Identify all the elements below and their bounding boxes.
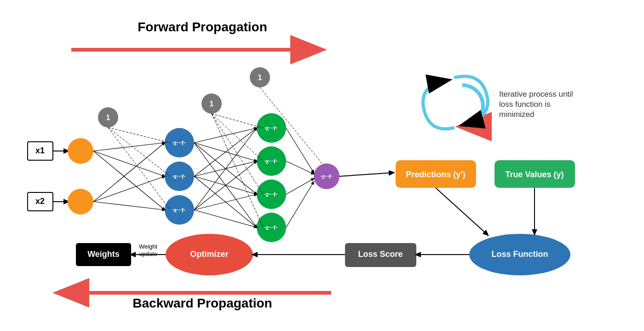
bias-2-label: 1 <box>210 100 214 108</box>
svg-line-31 <box>286 128 314 173</box>
svg-text:z: z <box>266 158 269 165</box>
z-label-h1-3: z <box>174 207 177 214</box>
f-label-h1-1: f <box>182 139 184 146</box>
conn-x1-h1-3 <box>93 151 165 210</box>
iterative-text3: minimized <box>499 110 535 119</box>
predictions-to-loss-arrow <box>436 188 488 235</box>
loss-score-label: Loss Score <box>358 250 402 259</box>
weights-label: Weights <box>87 250 120 259</box>
svg-line-32 <box>286 161 314 174</box>
forward-propagation-label: Forward Propagation <box>138 20 267 34</box>
svg-text:f: f <box>274 224 276 231</box>
x1-label: x1 <box>35 146 45 155</box>
svg-line-27 <box>212 114 263 128</box>
f-label-h1-2: f <box>182 173 184 180</box>
conn-x2-h1-3 <box>93 202 165 210</box>
bias-3-label: 1 <box>258 74 262 81</box>
f-label-h1-3: f <box>182 207 184 214</box>
conn-x2-h1-1 <box>93 143 165 202</box>
predictions-label: Predictions (y') <box>406 170 465 179</box>
z-label-h1-1: z <box>174 139 177 146</box>
iterative-text: Iterative process until <box>499 90 573 99</box>
svg-line-33 <box>286 179 314 194</box>
svg-text:f: f <box>274 191 276 198</box>
bias-1-label: 1 <box>106 114 110 122</box>
backward-propagation-label: Backward Propagation <box>132 296 272 310</box>
svg-line-25 <box>194 194 257 210</box>
true-values-label: True Values (y) <box>505 170 564 179</box>
svg-text:f: f <box>274 125 276 132</box>
svg-line-30 <box>212 114 263 227</box>
x2-label: x2 <box>35 197 45 206</box>
iterative-text2: loss function is <box>499 100 551 109</box>
optimizer-label: Optimizer <box>190 250 228 259</box>
input-neuron-x1 <box>68 138 93 164</box>
loss-function-label: Loss Function <box>492 250 548 259</box>
svg-text:z: z <box>266 191 269 198</box>
output-to-predictions-arrow <box>339 173 393 176</box>
weight-update-label2: update <box>139 250 157 257</box>
input-neuron-x2 <box>68 189 93 215</box>
svg-text:z: z <box>322 174 325 180</box>
svg-line-34 <box>286 182 314 227</box>
svg-text:z: z <box>266 125 269 132</box>
svg-line-26 <box>194 210 257 227</box>
weight-update-label: Weight <box>139 243 158 250</box>
z-label-h1-2: z <box>174 173 177 180</box>
svg-text:z: z <box>266 224 269 231</box>
svg-text:f: f <box>274 158 276 165</box>
